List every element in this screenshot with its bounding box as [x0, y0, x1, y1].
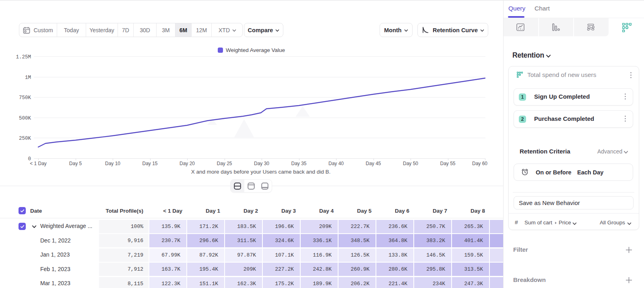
svg-text:Day 50: Day 50	[403, 161, 418, 166]
svg-text:Day 35: Day 35	[291, 161, 306, 166]
svg-text:Day 20: Day 20	[180, 161, 195, 166]
svg-text:750K: 750K	[19, 95, 31, 101]
svg-text:Day 10: Day 10	[105, 161, 120, 166]
svg-text:1.25M: 1.25M	[16, 54, 31, 60]
svg-text:Day 5: Day 5	[69, 161, 82, 166]
svg-text:Day 40: Day 40	[328, 161, 344, 166]
svg-text:1M: 1M	[25, 75, 31, 81]
svg-text:Day 45: Day 45	[365, 161, 381, 166]
svg-text:Day 30: Day 30	[254, 161, 269, 166]
svg-text:Day 55: Day 55	[440, 161, 455, 166]
svg-text:X and more days before your Us: X and more days before your Users came b…	[191, 169, 331, 175]
svg-text:Day 25: Day 25	[217, 161, 232, 166]
svg-text:250K: 250K	[19, 136, 31, 141]
svg-text:500K: 500K	[19, 116, 31, 121]
svg-text:< 1 Day: < 1 Day	[30, 161, 47, 166]
svg-text:Day 15: Day 15	[142, 161, 157, 166]
svg-text:Day 60: Day 60	[472, 161, 487, 166]
